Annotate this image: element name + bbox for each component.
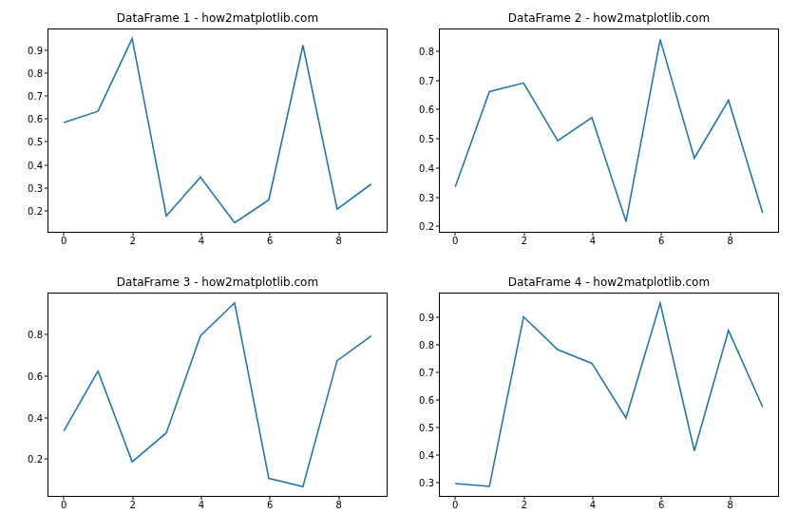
xtick-label: 6 xyxy=(267,496,273,510)
xtick-label: 0 xyxy=(452,232,458,246)
xtick-label: 4 xyxy=(199,496,204,510)
subplot-3: DataFrame 3 - how2matplotlib.com 0.20.40… xyxy=(48,293,388,497)
subplot-4-line xyxy=(440,294,778,496)
ytick-label: 0.4 xyxy=(419,449,440,460)
ytick-label: 0.3 xyxy=(419,478,440,488)
subplot-2-title: DataFrame 2 - how2matplotlib.com xyxy=(439,11,779,25)
ytick-label: 0.6 xyxy=(419,104,440,115)
subplot-1-axes: 0.20.30.40.50.60.70.80.902468 xyxy=(48,28,388,233)
xtick-label: 8 xyxy=(727,232,732,246)
ytick-label: 0.8 xyxy=(28,67,48,78)
xtick-label: 0 xyxy=(61,496,66,510)
subplot-3-axes: 0.20.40.60.802468 xyxy=(48,293,388,497)
subplot-4-axes: 0.30.40.50.60.70.80.902468 xyxy=(439,293,779,497)
subplot-2: DataFrame 2 - how2matplotlib.com 0.20.30… xyxy=(439,28,779,233)
ytick-label: 0.6 xyxy=(28,114,48,124)
ytick-label: 0.2 xyxy=(28,454,48,465)
subplot-1: DataFrame 1 - how2matplotlib.com 0.20.30… xyxy=(48,28,388,233)
ytick-label: 0.9 xyxy=(419,312,440,322)
ytick-label: 0.4 xyxy=(28,160,48,170)
subplot-1-line xyxy=(48,29,387,232)
ytick-label: 0.8 xyxy=(419,47,440,57)
xtick-label: 2 xyxy=(129,232,135,246)
subplot-4-title: DataFrame 4 - how2matplotlib.com xyxy=(439,276,779,289)
xtick-label: 6 xyxy=(658,496,664,510)
ytick-label: 0.7 xyxy=(419,75,440,86)
xtick-label: 4 xyxy=(590,496,596,510)
xtick-label: 2 xyxy=(129,496,135,510)
xtick-label: 2 xyxy=(521,232,526,246)
xtick-label: 0 xyxy=(61,232,66,246)
ytick-label: 0.8 xyxy=(28,329,48,339)
subplot-3-line xyxy=(48,294,387,496)
xtick-label: 4 xyxy=(199,232,204,246)
ytick-label: 0.4 xyxy=(28,412,48,423)
xtick-label: 2 xyxy=(521,496,526,510)
ytick-label: 0.7 xyxy=(28,91,48,102)
xtick-label: 8 xyxy=(335,232,341,246)
ytick-label: 0.5 xyxy=(28,137,48,147)
ytick-label: 0.9 xyxy=(28,45,48,55)
ytick-label: 0.3 xyxy=(28,182,48,193)
ytick-label: 0.5 xyxy=(419,422,440,432)
figure: DataFrame 1 - how2matplotlib.com 0.20.30… xyxy=(0,0,798,532)
xtick-label: 6 xyxy=(658,232,664,246)
subplot-1-title: DataFrame 1 - how2matplotlib.com xyxy=(48,11,388,25)
ytick-label: 0.6 xyxy=(28,370,48,381)
ytick-label: 0.3 xyxy=(419,192,440,202)
xtick-label: 8 xyxy=(335,496,341,510)
subplot-2-axes: 0.20.30.40.50.60.70.802468 xyxy=(439,28,779,233)
ytick-label: 0.7 xyxy=(419,367,440,377)
ytick-label: 0.2 xyxy=(28,205,48,216)
xtick-label: 4 xyxy=(590,232,596,246)
subplot-4: DataFrame 4 - how2matplotlib.com 0.30.40… xyxy=(439,293,779,497)
ytick-label: 0.6 xyxy=(419,394,440,405)
ytick-label: 0.8 xyxy=(419,339,440,350)
subplot-2-line xyxy=(440,29,778,232)
ytick-label: 0.5 xyxy=(419,134,440,144)
xtick-label: 0 xyxy=(452,496,458,510)
ytick-label: 0.2 xyxy=(419,221,440,232)
xtick-label: 8 xyxy=(727,496,732,510)
xtick-label: 6 xyxy=(267,232,273,246)
ytick-label: 0.4 xyxy=(419,162,440,173)
subplot-3-title: DataFrame 3 - how2matplotlib.com xyxy=(48,276,388,289)
